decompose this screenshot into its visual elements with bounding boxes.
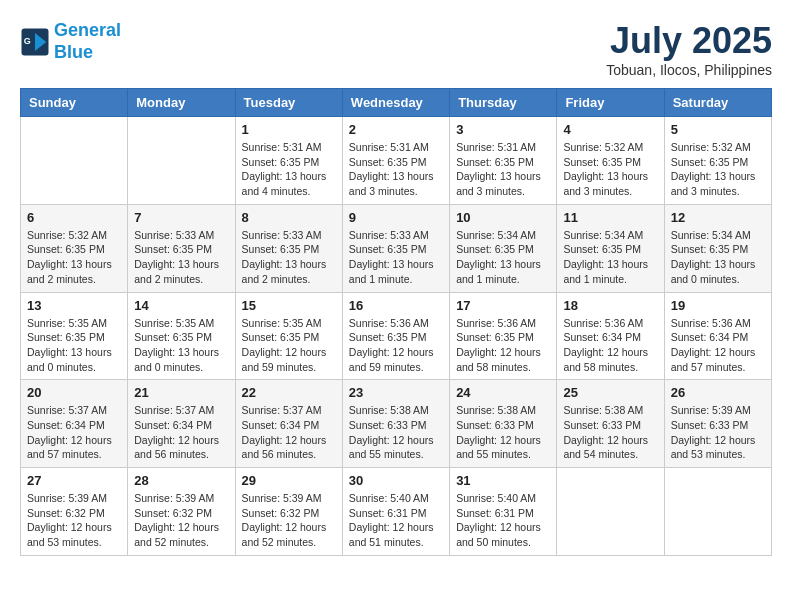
calendar-cell: 24Sunrise: 5:38 AM Sunset: 6:33 PM Dayli… (450, 380, 557, 468)
day-info: Sunrise: 5:36 AM Sunset: 6:34 PM Dayligh… (671, 316, 765, 375)
calendar-cell (21, 117, 128, 205)
day-info: Sunrise: 5:35 AM Sunset: 6:35 PM Dayligh… (27, 316, 121, 375)
day-number: 26 (671, 385, 765, 400)
day-number: 2 (349, 122, 443, 137)
day-info: Sunrise: 5:34 AM Sunset: 6:35 PM Dayligh… (563, 228, 657, 287)
day-info: Sunrise: 5:36 AM Sunset: 6:34 PM Dayligh… (563, 316, 657, 375)
day-number: 3 (456, 122, 550, 137)
day-number: 10 (456, 210, 550, 225)
day-number: 9 (349, 210, 443, 225)
day-info: Sunrise: 5:33 AM Sunset: 6:35 PM Dayligh… (349, 228, 443, 287)
day-number: 25 (563, 385, 657, 400)
calendar-cell: 18Sunrise: 5:36 AM Sunset: 6:34 PM Dayli… (557, 292, 664, 380)
day-info: Sunrise: 5:38 AM Sunset: 6:33 PM Dayligh… (563, 403, 657, 462)
calendar-cell (557, 468, 664, 556)
calendar-cell: 10Sunrise: 5:34 AM Sunset: 6:35 PM Dayli… (450, 204, 557, 292)
calendar-cell: 26Sunrise: 5:39 AM Sunset: 6:33 PM Dayli… (664, 380, 771, 468)
calendar-week-row: 13Sunrise: 5:35 AM Sunset: 6:35 PM Dayli… (21, 292, 772, 380)
day-info: Sunrise: 5:39 AM Sunset: 6:33 PM Dayligh… (671, 403, 765, 462)
day-number: 31 (456, 473, 550, 488)
calendar-cell: 25Sunrise: 5:38 AM Sunset: 6:33 PM Dayli… (557, 380, 664, 468)
day-number: 24 (456, 385, 550, 400)
calendar-cell: 1Sunrise: 5:31 AM Sunset: 6:35 PM Daylig… (235, 117, 342, 205)
day-info: Sunrise: 5:35 AM Sunset: 6:35 PM Dayligh… (134, 316, 228, 375)
day-number: 21 (134, 385, 228, 400)
calendar-cell: 13Sunrise: 5:35 AM Sunset: 6:35 PM Dayli… (21, 292, 128, 380)
day-number: 23 (349, 385, 443, 400)
day-info: Sunrise: 5:34 AM Sunset: 6:35 PM Dayligh… (671, 228, 765, 287)
title-section: July 2025 Tobuan, Ilocos, Philippines (606, 20, 772, 78)
calendar-cell: 27Sunrise: 5:39 AM Sunset: 6:32 PM Dayli… (21, 468, 128, 556)
day-info: Sunrise: 5:35 AM Sunset: 6:35 PM Dayligh… (242, 316, 336, 375)
day-info: Sunrise: 5:39 AM Sunset: 6:32 PM Dayligh… (134, 491, 228, 550)
weekday-row: SundayMondayTuesdayWednesdayThursdayFrid… (21, 89, 772, 117)
day-number: 16 (349, 298, 443, 313)
day-info: Sunrise: 5:37 AM Sunset: 6:34 PM Dayligh… (134, 403, 228, 462)
day-info: Sunrise: 5:33 AM Sunset: 6:35 PM Dayligh… (134, 228, 228, 287)
day-info: Sunrise: 5:34 AM Sunset: 6:35 PM Dayligh… (456, 228, 550, 287)
calendar-week-row: 20Sunrise: 5:37 AM Sunset: 6:34 PM Dayli… (21, 380, 772, 468)
calendar-cell: 29Sunrise: 5:39 AM Sunset: 6:32 PM Dayli… (235, 468, 342, 556)
month-year: July 2025 (606, 20, 772, 62)
day-info: Sunrise: 5:36 AM Sunset: 6:35 PM Dayligh… (349, 316, 443, 375)
calendar-header: SundayMondayTuesdayWednesdayThursdayFrid… (21, 89, 772, 117)
calendar-cell: 11Sunrise: 5:34 AM Sunset: 6:35 PM Dayli… (557, 204, 664, 292)
day-number: 11 (563, 210, 657, 225)
day-info: Sunrise: 5:40 AM Sunset: 6:31 PM Dayligh… (456, 491, 550, 550)
calendar-cell: 16Sunrise: 5:36 AM Sunset: 6:35 PM Dayli… (342, 292, 449, 380)
day-number: 5 (671, 122, 765, 137)
calendar-cell: 3Sunrise: 5:31 AM Sunset: 6:35 PM Daylig… (450, 117, 557, 205)
calendar-cell: 15Sunrise: 5:35 AM Sunset: 6:35 PM Dayli… (235, 292, 342, 380)
weekday-header: Saturday (664, 89, 771, 117)
calendar: SundayMondayTuesdayWednesdayThursdayFrid… (20, 88, 772, 556)
day-number: 12 (671, 210, 765, 225)
calendar-cell: 4Sunrise: 5:32 AM Sunset: 6:35 PM Daylig… (557, 117, 664, 205)
day-number: 22 (242, 385, 336, 400)
day-number: 13 (27, 298, 121, 313)
calendar-cell: 17Sunrise: 5:36 AM Sunset: 6:35 PM Dayli… (450, 292, 557, 380)
day-info: Sunrise: 5:31 AM Sunset: 6:35 PM Dayligh… (456, 140, 550, 199)
svg-text:G: G (24, 35, 31, 45)
day-info: Sunrise: 5:39 AM Sunset: 6:32 PM Dayligh… (27, 491, 121, 550)
calendar-cell: 8Sunrise: 5:33 AM Sunset: 6:35 PM Daylig… (235, 204, 342, 292)
day-number: 4 (563, 122, 657, 137)
calendar-cell: 30Sunrise: 5:40 AM Sunset: 6:31 PM Dayli… (342, 468, 449, 556)
calendar-cell (128, 117, 235, 205)
day-number: 30 (349, 473, 443, 488)
calendar-week-row: 6Sunrise: 5:32 AM Sunset: 6:35 PM Daylig… (21, 204, 772, 292)
calendar-week-row: 27Sunrise: 5:39 AM Sunset: 6:32 PM Dayli… (21, 468, 772, 556)
day-number: 8 (242, 210, 336, 225)
calendar-cell: 9Sunrise: 5:33 AM Sunset: 6:35 PM Daylig… (342, 204, 449, 292)
day-info: Sunrise: 5:32 AM Sunset: 6:35 PM Dayligh… (563, 140, 657, 199)
calendar-cell: 5Sunrise: 5:32 AM Sunset: 6:35 PM Daylig… (664, 117, 771, 205)
day-info: Sunrise: 5:36 AM Sunset: 6:35 PM Dayligh… (456, 316, 550, 375)
calendar-cell: 31Sunrise: 5:40 AM Sunset: 6:31 PM Dayli… (450, 468, 557, 556)
calendar-cell: 22Sunrise: 5:37 AM Sunset: 6:34 PM Dayli… (235, 380, 342, 468)
day-info: Sunrise: 5:37 AM Sunset: 6:34 PM Dayligh… (242, 403, 336, 462)
day-number: 19 (671, 298, 765, 313)
day-number: 20 (27, 385, 121, 400)
logo-line1: General (54, 20, 121, 40)
weekday-header: Monday (128, 89, 235, 117)
day-number: 29 (242, 473, 336, 488)
weekday-header: Friday (557, 89, 664, 117)
calendar-cell: 6Sunrise: 5:32 AM Sunset: 6:35 PM Daylig… (21, 204, 128, 292)
day-info: Sunrise: 5:33 AM Sunset: 6:35 PM Dayligh… (242, 228, 336, 287)
weekday-header: Tuesday (235, 89, 342, 117)
calendar-cell: 23Sunrise: 5:38 AM Sunset: 6:33 PM Dayli… (342, 380, 449, 468)
weekday-header: Wednesday (342, 89, 449, 117)
day-number: 14 (134, 298, 228, 313)
weekday-header: Thursday (450, 89, 557, 117)
day-info: Sunrise: 5:40 AM Sunset: 6:31 PM Dayligh… (349, 491, 443, 550)
calendar-cell: 2Sunrise: 5:31 AM Sunset: 6:35 PM Daylig… (342, 117, 449, 205)
calendar-cell: 12Sunrise: 5:34 AM Sunset: 6:35 PM Dayli… (664, 204, 771, 292)
day-number: 7 (134, 210, 228, 225)
day-number: 18 (563, 298, 657, 313)
day-number: 1 (242, 122, 336, 137)
day-info: Sunrise: 5:31 AM Sunset: 6:35 PM Dayligh… (242, 140, 336, 199)
calendar-cell: 21Sunrise: 5:37 AM Sunset: 6:34 PM Dayli… (128, 380, 235, 468)
logo: G General Blue (20, 20, 121, 63)
day-number: 6 (27, 210, 121, 225)
calendar-cell (664, 468, 771, 556)
logo-line2: Blue (54, 42, 93, 62)
